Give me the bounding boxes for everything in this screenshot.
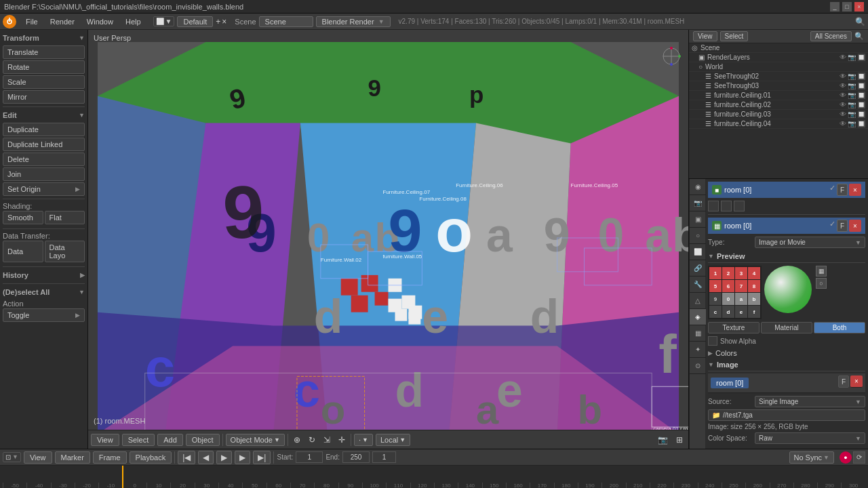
show-alpha-checkbox[interactable] [708,336,717,346]
data-layo-button[interactable]: Data Layo [45,241,85,262]
grab-icon[interactable]: ⊕ [291,434,303,446]
preview-section-header[interactable]: ▼ Preview [708,250,865,263]
search-icon[interactable]: 🔍 [854,32,864,41]
outliner-row-ceiling02[interactable]: ☰ furniture.Ceiling.02 👁 📷 🔲 [689,100,868,110]
close-button[interactable]: × [854,2,864,12]
modifiers-prop-icon[interactable]: 🔧 [690,277,706,293]
timeline-marker-btn[interactable]: Marker [55,451,90,464]
render-icon3[interactable]: 🔲 [857,82,865,89]
eye-icon6[interactable]: 👁 [840,110,846,118]
outliner-row-ceiling03[interactable]: ☰ furniture.Ceiling.03 👁 📷 🔲 [689,110,868,119]
outliner-row-seethrough03[interactable]: ☰ SeeThrough03 👁 📷 🔲 [689,81,868,91]
eye-icon[interactable]: 👁 [840,54,846,61]
workspace-add-icon[interactable]: + [216,17,220,26]
physics-prop-icon[interactable]: ⊙ [690,358,706,374]
camera-icon[interactable]: 📷 [655,434,671,446]
viewport[interactable]: User Persp [88,30,688,449]
outliner-row-ceiling04[interactable]: ☰ furniture.Ceiling.04 👁 📷 🔲 [689,119,868,129]
eye-icon2[interactable]: 👁 [840,73,846,80]
outliner-row-scene[interactable]: ◎ Scene [689,43,868,53]
object-menu-button[interactable]: Object [186,434,220,446]
cam-icon2[interactable]: 📷 [848,82,856,89]
particles-prop-icon[interactable]: ✦ [690,342,706,358]
outliner-select-button[interactable]: Select [720,31,749,41]
jump-start-button[interactable]: |◀ [178,451,195,464]
prev-frame-button[interactable]: ◀ [198,451,214,464]
data-prop-icon[interactable]: △ [690,293,706,309]
slot-2[interactable] [721,201,732,211]
rotate-button[interactable]: Rotate [3,60,85,74]
engine-dropdown[interactable]: Blender Render ▼ [316,16,391,27]
mode-dropdown[interactable]: Object Mode ▼ [226,434,285,446]
timeline-playback-btn[interactable]: Playback [130,451,172,464]
delete-button[interactable]: Delete [3,152,85,166]
outliner-row-seethrough02[interactable]: ☰ SeeThrough02 👁 📷 🔲 [689,72,868,81]
local-dropdown[interactable]: Local ▼ [376,434,410,446]
editor-expand-icon[interactable]: ▼ [165,18,172,25]
image-section-header[interactable]: ▼ Image [708,359,865,371]
layer-icon[interactable]: ⊞ [673,434,686,446]
timeline-ruler[interactable]: -50 -40 -30 -20 -10 0 10 20 30 40 50 60 … [0,466,868,488]
material-tab[interactable]: Material [761,322,812,333]
end-frame-input[interactable]: 250 [342,451,370,463]
render-icon4[interactable]: 🔲 [857,92,865,99]
image-f-button[interactable]: F [838,375,849,388]
material-prop-icon[interactable]: ◈ [690,309,706,325]
render-icon[interactable]: 🔲 [857,54,865,61]
slot-3[interactable] [734,201,745,211]
eye-icon5[interactable]: 👁 [840,101,846,108]
duplicate-button[interactable]: Duplicate [3,123,85,136]
scale-icon[interactable]: ⇲ [321,434,333,446]
eye-icon7[interactable]: 👁 [840,120,846,127]
delete-texture-button[interactable]: × [849,220,861,232]
prev-icon-1[interactable]: ▦ [816,266,827,277]
timeline-frame-btn[interactable]: Frame [93,451,127,464]
history-section[interactable]: History ▶ [3,270,85,281]
scene-prop-icon[interactable]: ◉ [690,179,706,195]
delete-material-button[interactable]: × [849,184,861,196]
next-frame-button[interactable]: ▶ [235,451,250,464]
data-button[interactable]: Data [3,241,43,262]
menu-file[interactable]: File [20,16,43,27]
render-icon6[interactable]: 🔲 [857,110,865,118]
mirror-button[interactable]: Mirror [3,90,85,104]
new-texture-button[interactable]: F [837,220,848,232]
renderlayers-prop-icon[interactable]: ▣ [690,211,706,228]
flat-button[interactable]: Flat [45,211,85,224]
cam-icon4[interactable]: 📷 [848,101,856,108]
image-delete-button[interactable]: × [850,375,863,388]
scale-button[interactable]: Scale [3,75,85,89]
menu-help[interactable]: Help [120,16,146,27]
edit-section[interactable]: Edit ▼ [3,110,85,121]
outliner-row-renderlayers[interactable]: ▣ RenderLayers 👁 📷 🔲 [689,53,868,62]
cam-icon[interactable]: 📷 [848,73,856,80]
outliner-view-button[interactable]: View [693,31,717,41]
menu-window[interactable]: Window [81,16,119,27]
texture-tab[interactable]: Texture [708,322,760,333]
workspace-dropdown[interactable]: Default [177,16,213,27]
render-prop-icon[interactable]: 📷 [690,195,706,211]
translate-button[interactable]: Translate [3,45,85,59]
cam-icon3[interactable]: 📷 [848,92,856,99]
workspace-minus-icon[interactable]: × [222,17,226,26]
eye-icon4[interactable]: 👁 [840,92,846,99]
smooth-button[interactable]: Smooth [3,211,43,224]
set-origin-button[interactable]: Set Origin ▶ [3,182,85,196]
pivot-dropdown[interactable]: · ▼ [354,434,373,446]
outliner-row-ceiling01[interactable]: ☰ furniture.Ceiling.01 👁 📷 🔲 [689,91,868,100]
colorspace-dropdown[interactable]: Raw ▼ [755,432,865,444]
constraints-prop-icon[interactable]: 🔗 [690,260,706,277]
deselect-all-section[interactable]: (De)select All ▼ [3,287,85,298]
all-scenes-button[interactable]: All Scenes [810,31,852,41]
world-prop-icon[interactable]: ○ [690,228,706,244]
add-menu-button[interactable]: Add [157,434,183,446]
type-dropdown[interactable]: Image or Movie ▼ [755,237,865,248]
search-icon[interactable]: 🔍 [855,17,865,26]
duplicate-linked-button[interactable]: Duplicate Linked [3,138,85,151]
render-icon5[interactable]: 🔲 [857,101,865,108]
render-icon2[interactable]: 🔲 [857,73,865,80]
render-icon7[interactable]: 🔲 [857,120,865,127]
new-material-button[interactable]: F [837,184,848,196]
sync-icon[interactable]: ⟳ [853,451,865,464]
cam-icon6[interactable]: 📷 [848,120,856,127]
